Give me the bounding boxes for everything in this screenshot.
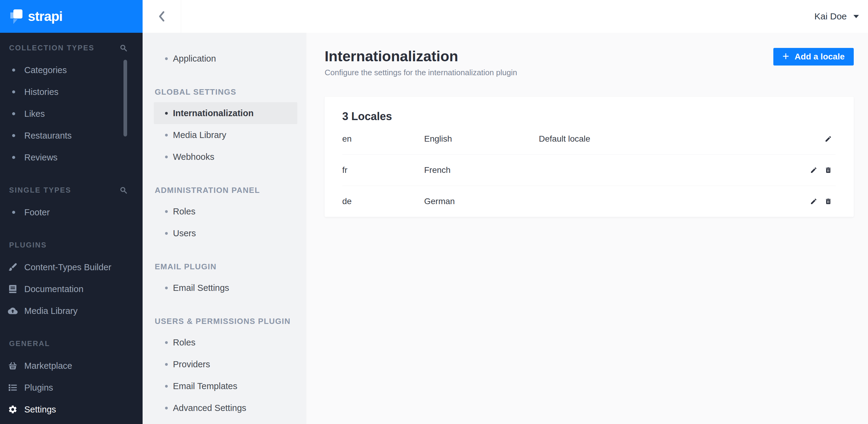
locale-row-de: de German — [324, 186, 854, 217]
sidebar-item-settings[interactable]: Settings — [0, 398, 143, 420]
bullet-icon — [165, 341, 168, 344]
section-plugins: PLUGINS — [0, 238, 143, 252]
trash-icon — [825, 198, 832, 205]
add-locale-button[interactable]: + Add a locale — [773, 48, 854, 66]
bullet-icon — [12, 156, 15, 159]
settings-section-global-settings: GLOBAL SETTINGS — [143, 85, 306, 99]
back-button[interactable] — [143, 0, 181, 33]
settings-nav-advanced-settings[interactable]: Advanced Settings — [154, 397, 297, 419]
pencil-icon — [810, 198, 817, 205]
locale-default-note: Default locale — [539, 134, 825, 144]
bullet-icon — [165, 385, 168, 388]
main-sidebar: strapi COLLECTION TYPES Categories Histo… — [0, 0, 143, 424]
sidebar-item-plugins[interactable]: Plugins — [0, 377, 143, 398]
search-icon[interactable] — [120, 186, 127, 194]
sidebar-item-restaurants[interactable]: Restaurants — [0, 125, 143, 146]
page-title: Internationalization — [324, 48, 517, 65]
main-content: Internationalization Configure the setti… — [306, 33, 868, 424]
caret-down-icon — [854, 15, 859, 18]
sidebar-item-media-library[interactable]: Media Library — [0, 300, 143, 322]
settings-nav-email-templates[interactable]: Email Templates — [154, 375, 297, 397]
content-shell: Kai Doe Application GLOBAL SETTINGS Inte… — [143, 0, 868, 424]
page-header: Internationalization Configure the setti… — [324, 48, 854, 78]
gear-icon — [8, 404, 18, 414]
chevron-left-icon — [157, 11, 166, 22]
bullet-icon — [165, 112, 168, 115]
sidebar-scrollbar-thumb[interactable] — [123, 60, 127, 136]
bullet-icon — [165, 57, 168, 60]
bullet-icon — [12, 69, 15, 72]
edit-locale-button[interactable] — [825, 135, 832, 142]
strapi-logo[interactable]: strapi — [0, 0, 143, 33]
settings-nav-email-settings[interactable]: Email Settings — [154, 277, 297, 299]
sidebar-item-marketplace[interactable]: Marketplace — [0, 355, 143, 377]
book-icon — [8, 284, 18, 294]
brand-name: strapi — [28, 9, 62, 24]
section-single-types: SINGLE TYPES — [0, 184, 143, 197]
plus-icon: + — [782, 50, 789, 62]
settings-nav-providers[interactable]: Providers — [154, 353, 297, 375]
list-icon — [8, 383, 18, 392]
bullet-icon — [165, 363, 168, 366]
settings-nav-admin-users[interactable]: Users — [154, 222, 297, 244]
locale-row-en: en English Default locale — [324, 124, 854, 154]
locales-card-heading: 3 Locales — [324, 97, 854, 124]
settings-nav-up-roles[interactable]: Roles — [154, 331, 297, 353]
locale-code: en — [342, 134, 424, 144]
top-header: Kai Doe — [143, 0, 868, 33]
search-icon[interactable] — [120, 44, 127, 52]
paintbrush-icon — [8, 262, 18, 272]
bullet-icon — [12, 211, 15, 214]
sidebar-item-documentation[interactable]: Documentation — [0, 278, 143, 300]
sidebar-item-categories[interactable]: Categories — [0, 59, 143, 81]
trash-icon — [825, 166, 832, 174]
settings-nav-media-library[interactable]: Media Library — [154, 124, 297, 146]
bullet-icon — [165, 156, 168, 158]
locale-code: fr — [342, 165, 424, 175]
user-menu[interactable]: Kai Doe — [814, 0, 859, 33]
locale-name: French — [424, 165, 539, 175]
bullet-icon — [165, 134, 168, 136]
sidebar-item-content-types-builder[interactable]: Content-Types Builder — [0, 256, 143, 278]
edit-locale-button[interactable] — [810, 166, 817, 174]
bullet-icon — [165, 287, 168, 289]
locale-name: English — [424, 134, 539, 144]
locale-name: German — [424, 197, 539, 206]
delete-locale-button[interactable] — [825, 166, 832, 174]
bullet-icon — [12, 134, 15, 137]
page-header-text: Internationalization Configure the setti… — [324, 48, 517, 78]
sidebar-item-footer[interactable]: Footer — [0, 201, 143, 223]
section-general: GENERAL — [0, 337, 143, 350]
locale-code: de — [342, 197, 424, 206]
strapi-logo-icon — [10, 9, 23, 24]
settings-nav-webhooks[interactable]: Webhooks — [154, 146, 297, 168]
user-name: Kai Doe — [814, 11, 847, 22]
sidebar-item-histories[interactable]: Histories — [0, 81, 143, 103]
bullet-icon — [12, 112, 15, 115]
settings-section-administration-panel: ADMINISTRATION PANEL — [143, 184, 306, 197]
delete-locale-button[interactable] — [825, 198, 832, 205]
section-collection-types: COLLECTION TYPES — [0, 41, 143, 55]
bullet-icon — [12, 90, 15, 93]
bullet-icon — [165, 232, 168, 235]
page-subtitle: Configure the settings for the internati… — [324, 67, 517, 78]
bullet-icon — [165, 210, 168, 213]
row-actions — [810, 166, 832, 174]
settings-nav-internationalization[interactable]: Internationalization — [154, 102, 297, 124]
locales-card: 3 Locales en English Default locale fr F… — [324, 97, 854, 217]
cloud-upload-icon — [8, 306, 18, 316]
pencil-icon — [825, 135, 832, 142]
settings-nav-admin-roles[interactable]: Roles — [154, 200, 297, 222]
content-row: Application GLOBAL SETTINGS Internationa… — [143, 33, 868, 424]
settings-section-email-plugin: EMAIL PLUGIN — [143, 260, 306, 273]
row-actions — [825, 135, 832, 142]
row-actions — [810, 198, 832, 205]
locale-row-fr: fr French — [324, 155, 854, 186]
basket-icon — [8, 361, 18, 370]
settings-section-users-permissions-plugin: USERS & PERMISSIONS PLUGIN — [143, 315, 306, 328]
settings-nav-application[interactable]: Application — [154, 47, 297, 69]
settings-sidebar: Application GLOBAL SETTINGS Internationa… — [143, 33, 306, 424]
edit-locale-button[interactable] — [810, 198, 817, 205]
sidebar-item-likes[interactable]: Likes — [0, 103, 143, 125]
sidebar-item-reviews[interactable]: Reviews — [0, 146, 143, 168]
